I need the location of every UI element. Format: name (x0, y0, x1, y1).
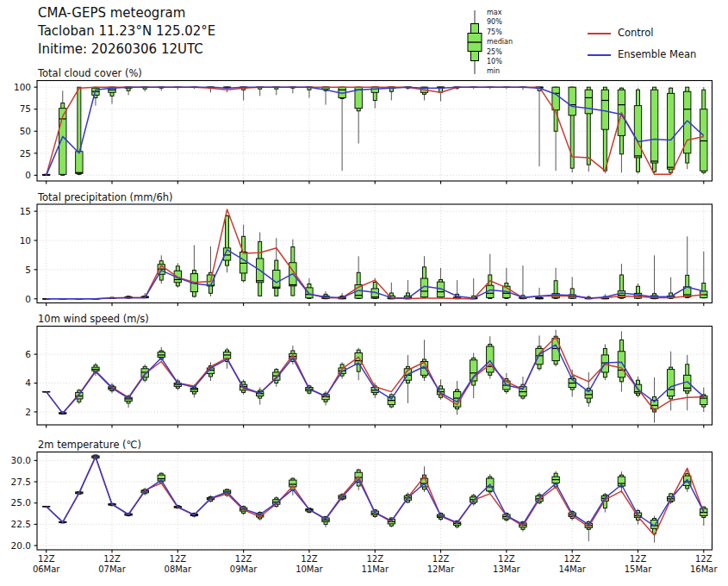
y-tick-label: 30.0 (11, 455, 31, 465)
box-25-75 (667, 93, 674, 169)
box-25-75 (700, 109, 707, 171)
meteogram-page: CMA-GEPS meteogram Tacloban 11.23°N 125.… (0, 0, 728, 586)
box-25-75 (552, 87, 559, 110)
box-25-75 (585, 90, 592, 114)
panel-title: 10m wind speed (m/s) (38, 313, 149, 325)
x-tick-label-date: 10Mar (296, 564, 323, 574)
panel-frame (37, 327, 712, 426)
panel-3: 20.022.525.027.530.02m temperature (℃)12… (11, 439, 719, 574)
x-tick-label-time: 12Z (498, 554, 515, 564)
y-tick-label: 10 (20, 235, 31, 246)
box-25-75 (273, 271, 280, 289)
box-25-75 (240, 252, 246, 273)
y-tick-label: 0 (25, 170, 31, 180)
x-tick-label-date: 12Mar (427, 564, 455, 574)
box-25-75 (618, 352, 625, 377)
panel-1: 051015Total precipitation (mm/6h) (20, 191, 712, 307)
x-tick-label-date: 16Mar (690, 564, 718, 574)
y-tick-label: 6 (25, 349, 31, 359)
y-tick-label: 100 (14, 82, 31, 92)
box-25-75 (487, 346, 494, 372)
panel-2: 24610m wind speed (m/s) (25, 313, 712, 428)
panel-title: Total cloud cover (%) (37, 67, 142, 79)
panel-0: 0255075100Total cloud cover (%) (14, 67, 712, 184)
y-axis: 246 (25, 349, 37, 417)
box-25-75 (650, 90, 657, 163)
x-tick-label-time: 12Z (103, 554, 121, 564)
x-tick-label-date: 06Mar (33, 564, 60, 574)
y-tick-label: 75 (20, 103, 31, 114)
panel-title: 2m temperature (℃) (38, 439, 141, 451)
x-tick-label-time: 12Z (301, 554, 318, 564)
y-tick-label: 25.0 (11, 497, 31, 508)
y-tick-label: 4 (25, 377, 31, 388)
x-tick-label-time: 12Z (630, 554, 647, 564)
x-tick-label-date: 07Mar (98, 564, 126, 574)
x-tick-label-time: 12Z (170, 554, 187, 564)
x-tick-label-date: 11Mar (361, 564, 389, 574)
x-tick-label-date: 13Mar (493, 564, 520, 574)
box-25-75 (76, 152, 83, 174)
y-tick-label: 15 (20, 206, 31, 216)
y-axis: 051015 (20, 206, 37, 304)
y-tick-label: 50 (20, 126, 31, 136)
box-25-75 (601, 90, 608, 129)
box-25-75 (634, 106, 641, 158)
box-25-75 (569, 87, 576, 115)
y-tick-label: 5 (25, 265, 31, 275)
x-tick-label-time: 12Z (38, 554, 55, 564)
x-tick-label-time: 12Z (366, 554, 383, 564)
y-tick-label: 25 (20, 148, 31, 159)
panel-title: Total precipitation (mm/6h) (37, 191, 172, 203)
y-tick-label: 27.5 (11, 477, 31, 487)
x-tick-label-time: 12Z (432, 554, 450, 564)
box-25-75 (667, 370, 674, 396)
x-tick-label-time: 12Z (695, 554, 712, 564)
y-axis: 20.022.525.027.530.0 (11, 455, 37, 551)
y-tick-label: 22.5 (11, 519, 31, 529)
grid-lines (37, 327, 712, 426)
y-tick-label: 2 (25, 407, 31, 417)
x-tick-label-time: 12Z (563, 554, 581, 564)
x-tick-label-date: 08Mar (165, 564, 192, 574)
box-25-75 (371, 87, 378, 92)
y-tick-label: 20.0 (11, 540, 31, 551)
meteogram-chart: 0255075100Total cloud cover (%)051015Tot… (0, 0, 728, 586)
x-tick-label-date: 15Mar (625, 564, 652, 574)
y-axis: 0255075100 (14, 82, 37, 180)
y-tick-label: 0 (25, 294, 31, 304)
x-tick-label-date: 09Mar (230, 564, 258, 574)
x-tick-label-time: 12Z (235, 554, 252, 564)
x-tick-label-date: 14Mar (558, 564, 586, 574)
box-whiskers (43, 215, 708, 299)
